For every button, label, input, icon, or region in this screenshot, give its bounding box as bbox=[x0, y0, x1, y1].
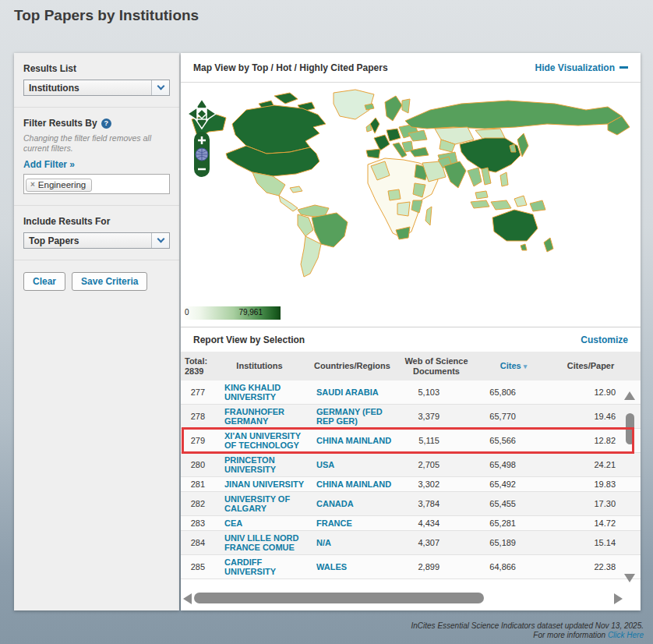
row-cites: 65,566 bbox=[475, 436, 552, 445]
remove-filter-icon[interactable]: × bbox=[30, 180, 35, 189]
table-row[interactable]: 279 XI'AN UNIVERSITY OF TECHNOLOGY CHINA… bbox=[181, 429, 641, 453]
institution-link[interactable]: UNIV LILLE NORD FRANCE COMUE bbox=[224, 533, 298, 552]
add-filter-link[interactable]: Add Filter » bbox=[23, 159, 75, 170]
institution-link[interactable]: KING KHALID UNIVERSITY bbox=[224, 383, 281, 402]
column-cites-per-paper[interactable]: Cites/Paper bbox=[552, 361, 630, 371]
total-label: Total: bbox=[185, 356, 212, 366]
institution-link[interactable]: FRAUNHOFER GERMANY bbox=[224, 407, 284, 426]
row-cites: 64,866 bbox=[475, 562, 552, 571]
table-row[interactable]: 280 PRINCETON UNIVERSITY USA 2,705 65,49… bbox=[181, 453, 641, 477]
table-row[interactable]: 284 UNIV LILLE NORD FRANCE COMUE N/A 4,3… bbox=[181, 531, 641, 555]
row-cites: 65,498 bbox=[475, 460, 552, 469]
legend-min: 0 bbox=[185, 308, 189, 317]
institution-link[interactable]: XI'AN UNIVERSITY OF TECHNOLOGY bbox=[224, 431, 301, 450]
filter-tag[interactable]: × Engineering bbox=[26, 179, 92, 192]
institution-link[interactable]: JINAN UNIVERSITY bbox=[224, 479, 304, 489]
row-rank: 285 bbox=[181, 562, 212, 571]
institution-link[interactable]: PRINCETON UNIVERSITY bbox=[224, 455, 276, 474]
report-view-title: Report View by Selection bbox=[193, 334, 305, 345]
row-rank: 277 bbox=[181, 387, 212, 397]
row-rank: 280 bbox=[181, 460, 212, 469]
dropdown-button[interactable] bbox=[151, 233, 169, 248]
dropdown-button[interactable] bbox=[151, 80, 169, 95]
column-institutions[interactable]: Institutions bbox=[212, 361, 307, 371]
include-dropdown[interactable]: Top Papers bbox=[23, 232, 170, 249]
clear-button[interactable]: Clear bbox=[23, 272, 65, 291]
table-row[interactable]: 278 FRAUNHOFER GERMANY GERMANY (FED REP … bbox=[181, 405, 641, 429]
row-docs: 5,103 bbox=[397, 387, 475, 397]
table-row[interactable]: 283 CEA FRANCE 4,434 65,281 14.72 bbox=[181, 516, 641, 531]
hide-visualization-link[interactable]: Hide Visualization bbox=[535, 62, 628, 73]
results-list-dropdown[interactable]: Institutions bbox=[23, 80, 170, 96]
customize-link[interactable]: Customize bbox=[581, 334, 628, 345]
vertical-scrollbar-thumb[interactable] bbox=[626, 413, 634, 444]
institution-link[interactable]: UNIVERSITY OF CALGARY bbox=[224, 494, 290, 513]
row-cites: 65,455 bbox=[475, 499, 552, 508]
scroll-up-arrow[interactable] bbox=[624, 391, 635, 400]
row-docs: 3,302 bbox=[397, 479, 475, 489]
country-link[interactable]: USA bbox=[316, 460, 334, 469]
row-docs: 2,705 bbox=[397, 460, 475, 469]
include-section: Include Results For Top Papers bbox=[14, 205, 179, 260]
actions-section: Clear Save Criteria bbox=[14, 260, 179, 302]
row-rank: 282 bbox=[181, 499, 212, 508]
country-link[interactable]: CHINA MAINLAND bbox=[316, 479, 391, 489]
country-link[interactable]: GERMANY (FED REP GER) bbox=[316, 407, 383, 426]
filter-tag-label: Engineering bbox=[38, 180, 86, 189]
world-map[interactable] bbox=[181, 83, 641, 305]
institution-link[interactable]: CARDIFF UNIVERSITY bbox=[224, 557, 276, 576]
scroll-down-arrow[interactable] bbox=[624, 574, 635, 582]
row-rank: 281 bbox=[181, 479, 212, 489]
country-link[interactable]: N/A bbox=[316, 538, 331, 547]
scroll-right-arrow[interactable] bbox=[614, 593, 623, 604]
country-link[interactable]: CANADA bbox=[316, 499, 354, 508]
table-rows: 277 KING KHALID UNIVERSITY SAUDI ARABIA … bbox=[181, 380, 641, 589]
horizontal-scrollbar-thumb[interactable] bbox=[194, 593, 484, 603]
filter-by-label: Filter Results By bbox=[23, 118, 97, 129]
filter-note: Changing the filter field removes all cu… bbox=[23, 133, 170, 154]
country-link[interactable]: WALES bbox=[316, 562, 347, 571]
row-cites: 65,770 bbox=[475, 412, 552, 421]
table-row[interactable]: 281 JINAN UNIVERSITY CHINA MAINLAND 3,30… bbox=[181, 477, 641, 492]
row-docs: 4,434 bbox=[397, 518, 475, 528]
filter-box[interactable]: × Engineering bbox=[23, 174, 170, 194]
dataset-updated-note: InCites Essential Science Indicators dat… bbox=[411, 621, 644, 631]
map-zoom-control bbox=[194, 132, 210, 177]
table-row[interactable]: 277 KING KHALID UNIVERSITY SAUDI ARABIA … bbox=[181, 380, 641, 405]
country-link[interactable]: CHINA MAINLAND bbox=[316, 436, 391, 445]
country-link[interactable]: FRANCE bbox=[316, 518, 352, 528]
legend-max: 79,961 bbox=[238, 308, 263, 317]
results-list-section: Results List Institutions bbox=[14, 53, 179, 107]
column-cites-sorted[interactable]: Cites ▾ bbox=[475, 361, 552, 372]
table-row[interactable]: 282 UNIVERSITY OF CALGARY CANADA 3,784 6… bbox=[181, 492, 641, 516]
chevron-down-icon bbox=[157, 83, 164, 90]
map-view-title: Map View by Top / Hot / Highly Cited Pap… bbox=[193, 62, 388, 73]
row-cites-per-paper: 17.30 bbox=[552, 499, 630, 508]
table-row[interactable]: 285 CARDIFF UNIVERSITY WALES 2,899 64,86… bbox=[181, 555, 641, 579]
row-cites-per-paper: 19.83 bbox=[552, 479, 630, 489]
row-docs: 4,307 bbox=[397, 538, 475, 547]
institution-link[interactable]: CEA bbox=[224, 518, 242, 528]
row-cites-per-paper: 24.21 bbox=[552, 460, 630, 469]
help-icon[interactable]: ? bbox=[101, 119, 111, 129]
map-area bbox=[181, 83, 641, 305]
main-panel: Map View by Top / Hot / Highly Cited Pap… bbox=[181, 53, 641, 610]
row-cites: 65,492 bbox=[475, 479, 552, 489]
table-header: Total: 2839 Institutions Countries/Regio… bbox=[181, 352, 641, 380]
sort-descending-icon: ▾ bbox=[524, 363, 528, 370]
minus-icon bbox=[619, 66, 628, 69]
row-rank: 284 bbox=[181, 538, 212, 547]
save-criteria-button[interactable]: Save Criteria bbox=[72, 272, 147, 291]
row-rank: 279 bbox=[181, 436, 212, 445]
include-value: Top Papers bbox=[24, 233, 151, 248]
horizontal-scrollbar bbox=[181, 592, 641, 606]
click-here-link[interactable]: Click Here bbox=[608, 631, 644, 639]
sidebar: Results List Institutions Filter Results… bbox=[14, 53, 179, 610]
results-list-value: Institutions bbox=[24, 80, 151, 95]
page-title: Top Papers by Institutions bbox=[14, 7, 199, 24]
row-cites-per-paper: 12.82 bbox=[552, 436, 630, 445]
column-countries[interactable]: Countries/Regions bbox=[307, 361, 397, 371]
column-wos-documents[interactable]: Web of Science Documents bbox=[397, 356, 475, 377]
country-link[interactable]: SAUDI ARABIA bbox=[316, 387, 379, 397]
scroll-left-arrow[interactable] bbox=[183, 593, 192, 604]
